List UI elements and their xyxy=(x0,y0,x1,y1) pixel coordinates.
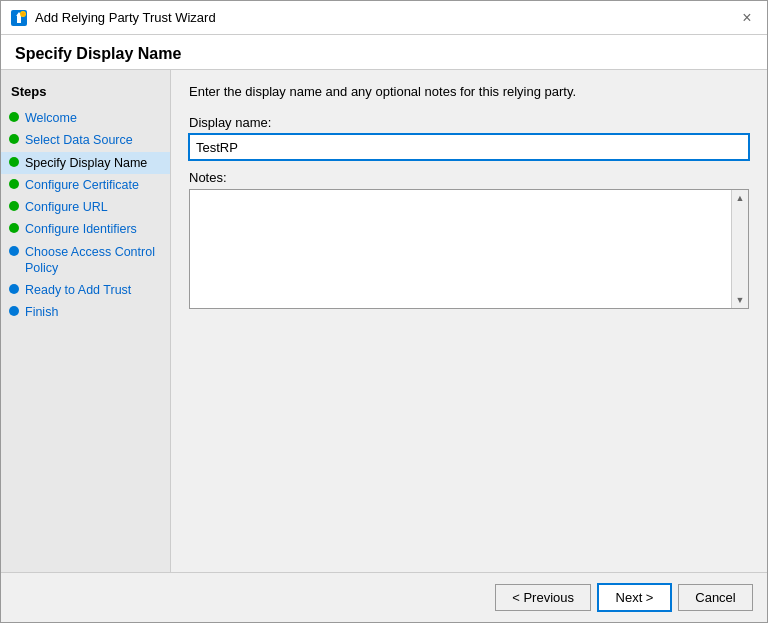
display-name-label: Display name: xyxy=(189,115,749,130)
sidebar-label-configure-ids: Configure Identifiers xyxy=(25,221,137,237)
dot-configure-cert xyxy=(9,179,19,189)
sidebar-item-finish[interactable]: Finish xyxy=(1,301,170,323)
sidebar-label-specify-display: Specify Display Name xyxy=(25,155,147,171)
notes-label: Notes: xyxy=(189,170,749,185)
display-name-input[interactable] xyxy=(189,134,749,160)
sidebar-label-configure-cert: Configure Certificate xyxy=(25,177,139,193)
display-name-field-group: Display name: xyxy=(189,115,749,160)
sidebar-label-access-control: Choose Access Control Policy xyxy=(25,244,162,277)
sidebar: Steps Welcome Select Data Source Specify… xyxy=(1,70,171,572)
dot-finish xyxy=(9,306,19,316)
svg-rect-2 xyxy=(17,15,21,23)
title-bar-left: Add Relying Party Trust Wizard xyxy=(9,8,216,28)
next-button[interactable]: Next > xyxy=(597,583,672,612)
dot-access-control xyxy=(9,246,19,256)
instruction-text: Enter the display name and any optional … xyxy=(189,84,749,99)
window-title: Add Relying Party Trust Wizard xyxy=(35,10,216,25)
footer: < Previous Next > Cancel xyxy=(1,572,767,622)
notes-scrollbar: ▲ ▼ xyxy=(731,190,748,308)
dot-ready xyxy=(9,284,19,294)
dot-configure-url xyxy=(9,201,19,211)
sidebar-item-configure-url[interactable]: Configure URL xyxy=(1,196,170,218)
sidebar-item-welcome[interactable]: Welcome xyxy=(1,107,170,129)
sidebar-item-specify-display-name[interactable]: Specify Display Name xyxy=(1,152,170,174)
dot-configure-ids xyxy=(9,223,19,233)
scroll-up-arrow[interactable]: ▲ xyxy=(733,190,748,206)
notes-field-group: Notes: ▲ ▼ xyxy=(189,170,749,309)
sidebar-label-welcome: Welcome xyxy=(25,110,77,126)
sidebar-label-finish: Finish xyxy=(25,304,58,320)
page-title: Specify Display Name xyxy=(1,35,767,69)
sidebar-label-ready: Ready to Add Trust xyxy=(25,282,131,298)
previous-button[interactable]: < Previous xyxy=(495,584,591,611)
cancel-button[interactable]: Cancel xyxy=(678,584,753,611)
notes-textarea[interactable] xyxy=(190,190,748,308)
sidebar-header: Steps xyxy=(1,80,170,107)
sidebar-item-configure-certificate[interactable]: Configure Certificate xyxy=(1,174,170,196)
sidebar-label-select-data: Select Data Source xyxy=(25,132,133,148)
sidebar-item-ready-to-add[interactable]: Ready to Add Trust xyxy=(1,279,170,301)
sidebar-item-select-data-source[interactable]: Select Data Source xyxy=(1,129,170,151)
content-area: Steps Welcome Select Data Source Specify… xyxy=(1,70,767,572)
close-button[interactable]: × xyxy=(735,6,759,30)
dot-specify-display xyxy=(9,157,19,167)
dot-select-data xyxy=(9,134,19,144)
dot-welcome xyxy=(9,112,19,122)
wizard-window: Add Relying Party Trust Wizard × Specify… xyxy=(0,0,768,623)
main-content: Enter the display name and any optional … xyxy=(171,70,767,572)
sidebar-item-configure-identifiers[interactable]: Configure Identifiers xyxy=(1,218,170,240)
notes-wrapper: ▲ ▼ xyxy=(189,189,749,309)
sidebar-label-configure-url: Configure URL xyxy=(25,199,108,215)
title-bar: Add Relying Party Trust Wizard × xyxy=(1,1,767,35)
scroll-down-arrow[interactable]: ▼ xyxy=(733,292,748,308)
wizard-icon xyxy=(9,8,29,28)
sidebar-item-choose-access-control[interactable]: Choose Access Control Policy xyxy=(1,241,170,280)
